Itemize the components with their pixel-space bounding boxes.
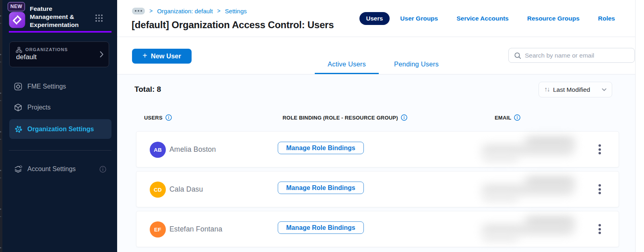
sidebar-item-label: Projects: [27, 104, 51, 111]
manage-role-bindings-button[interactable]: Manage Role Bindings: [278, 182, 364, 194]
email-redacted: [482, 137, 576, 162]
organization-icon: [16, 47, 22, 53]
main-area: > Organization: default > Settings [defa…: [117, 0, 644, 252]
row-menu-button[interactable]: [597, 224, 602, 234]
breadcrumb-link-settings[interactable]: Settings: [225, 8, 247, 14]
users-list-section: Total: 8 ↑↓ Last Modified USERS ROLE BIN…: [117, 74, 635, 252]
user-name: Estefan Fontana: [169, 225, 222, 233]
table-row: CD Cala Dasu Manage Role Bindings: [136, 171, 619, 207]
sidebar-item-organization-settings[interactable]: Organization Settings: [9, 119, 111, 139]
sidebar-item-account-settings[interactable]: Account Settings: [9, 163, 111, 175]
sidebar-divider: [9, 150, 111, 151]
sort-label: Last Modified: [553, 86, 590, 93]
tab-active-users[interactable]: Active Users: [315, 60, 379, 74]
tab-users[interactable]: Users: [359, 12, 390, 25]
tab-resource-groups[interactable]: Resource Groups: [527, 15, 580, 22]
sidebar-item-fme-settings[interactable]: FME Settings: [9, 81, 111, 93]
avatar: EF: [150, 221, 166, 238]
chevron-down-icon: [602, 88, 607, 91]
access-control-tabs: Users User Groups Service Accounts Resou…: [359, 12, 615, 25]
avatar: CD: [150, 182, 166, 198]
table-row: EF Estefan Fontana Manage Role Bindings: [136, 211, 619, 247]
gear-icon: [14, 125, 23, 134]
info-icon[interactable]: [401, 114, 407, 121]
total-count: Total: 8: [134, 85, 161, 94]
manage-role-bindings-button[interactable]: Manage Role Bindings: [278, 221, 364, 234]
row-menu-button[interactable]: [597, 184, 602, 194]
breadcrumb-link-organization[interactable]: Organization: default: [157, 8, 213, 14]
account-settings-icon: [14, 165, 23, 174]
search-icon: [514, 52, 521, 59]
column-header-role-binding: ROLE BINDING (ROLE - RESOURCE GROUP): [283, 114, 407, 121]
tab-service-accounts[interactable]: Service Accounts: [456, 15, 509, 22]
projects-icon: [14, 103, 23, 112]
user-name: Amelia Boston: [169, 145, 216, 154]
page-header: > Organization: default > Settings [defa…: [117, 0, 635, 37]
new-badge: NEW: [8, 2, 25, 11]
toolbar: + New User Active Users Pending Users: [117, 37, 635, 74]
info-icon[interactable]: [99, 166, 106, 173]
breadcrumb-separator: >: [149, 8, 153, 14]
tab-user-groups[interactable]: User Groups: [400, 15, 438, 22]
new-user-button[interactable]: + New User: [132, 49, 192, 64]
breadcrumb-separator: >: [217, 8, 221, 14]
manage-role-bindings-button[interactable]: Manage Role Bindings: [278, 142, 364, 154]
sidebar-item-label: Organization Settings: [27, 126, 94, 133]
scroll-gutter: [635, 0, 636, 252]
row-menu-button[interactable]: [597, 145, 602, 155]
breadcrumb: > Organization: default > Settings: [132, 7, 247, 14]
search-input[interactable]: [525, 52, 625, 59]
chevron-right-icon: [100, 51, 103, 58]
organizations-label: ORGANIZATIONS: [25, 47, 68, 52]
tab-pending-users[interactable]: Pending Users: [381, 60, 452, 74]
user-state-tabs: Active Users Pending Users: [315, 60, 452, 74]
sidebar-item-label: FME Settings: [27, 83, 66, 90]
column-header-email: EMAIL: [495, 114, 520, 121]
sidebar-item-label: Account Settings: [27, 165, 76, 173]
user-name: Cala Dasu: [169, 185, 203, 194]
breadcrumb-ellipsis-button[interactable]: [132, 8, 145, 14]
table-row: AB Amelia Boston Manage Role Bindings: [136, 131, 619, 167]
info-icon[interactable]: [514, 114, 520, 121]
column-header-users: USERS: [144, 114, 172, 121]
organization-selector[interactable]: ORGANIZATIONS default: [9, 41, 109, 67]
page-title: [default] Organization Access Control: U…: [132, 19, 334, 31]
sidebar: NEW Feature Management & Experimentation: [2, 0, 117, 252]
sort-dropdown[interactable]: ↑↓ Last Modified: [539, 82, 612, 97]
sort-arrows-icon: ↑↓: [544, 86, 549, 93]
table-header: USERS ROLE BINDING (ROLE - RESOURCE GROU…: [117, 114, 635, 122]
brand-accent-rule: [9, 31, 111, 33]
plus-icon: +: [142, 51, 147, 60]
organization-name: default: [16, 53, 37, 61]
avatar: AB: [150, 142, 166, 158]
tab-roles[interactable]: Roles: [598, 15, 615, 22]
sidebar-item-projects[interactable]: Projects: [9, 101, 111, 114]
app-switcher-icon[interactable]: [95, 14, 103, 22]
email-redacted: [482, 217, 576, 242]
email-redacted: [482, 177, 576, 202]
info-icon[interactable]: [165, 114, 172, 121]
fme-settings-icon: [14, 82, 23, 91]
app-logo-icon: [9, 12, 25, 28]
app-title: Feature Management & Experimentation: [30, 5, 98, 29]
search-box: [508, 48, 635, 63]
